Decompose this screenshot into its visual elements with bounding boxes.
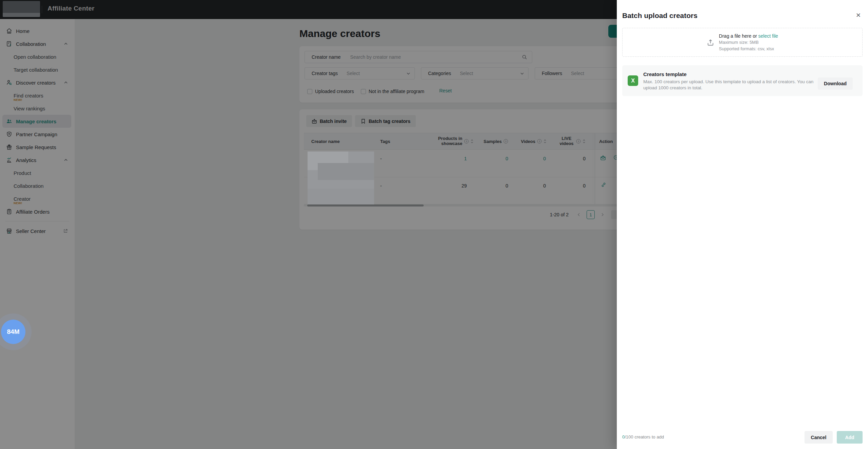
cancel-button[interactable]: Cancel xyxy=(805,431,833,444)
dropzone-formats: Supported formats: csv, xlsx xyxy=(719,46,778,52)
drawer-title: Batch upload creators xyxy=(622,12,698,20)
creators-template-card: X Creators template Max. 100 creators pe… xyxy=(622,65,863,96)
select-file-link[interactable]: select file xyxy=(758,33,778,39)
add-button[interactable]: Add xyxy=(837,431,863,444)
template-description: Max. 100 creators per upload. Use this t… xyxy=(643,79,825,91)
dropzone-max-size: Maximum size: 5MB xyxy=(719,39,778,45)
close-icon[interactable]: ✕ xyxy=(856,12,861,18)
batch-upload-drawer: Batch upload creators ✕ Drag a file here… xyxy=(617,0,868,449)
logo-redacted xyxy=(3,1,40,17)
template-title: Creators template xyxy=(643,71,687,77)
modal-scrim xyxy=(0,0,617,449)
dropzone-instruction: Drag a file here or select file xyxy=(719,33,778,39)
upload-icon xyxy=(707,39,714,46)
floating-badge[interactable]: 84M xyxy=(1,320,25,344)
creators-count: 0/100 creators to add xyxy=(622,434,664,439)
download-template-button[interactable]: Download xyxy=(818,77,853,90)
excel-file-icon: X xyxy=(628,75,638,86)
affiliate-center-app: Affiliate Center Home Collaboration Open… xyxy=(0,0,868,449)
file-dropzone[interactable]: Drag a file here or select file Maximum … xyxy=(622,28,863,57)
creator-names-redacted xyxy=(308,151,374,204)
